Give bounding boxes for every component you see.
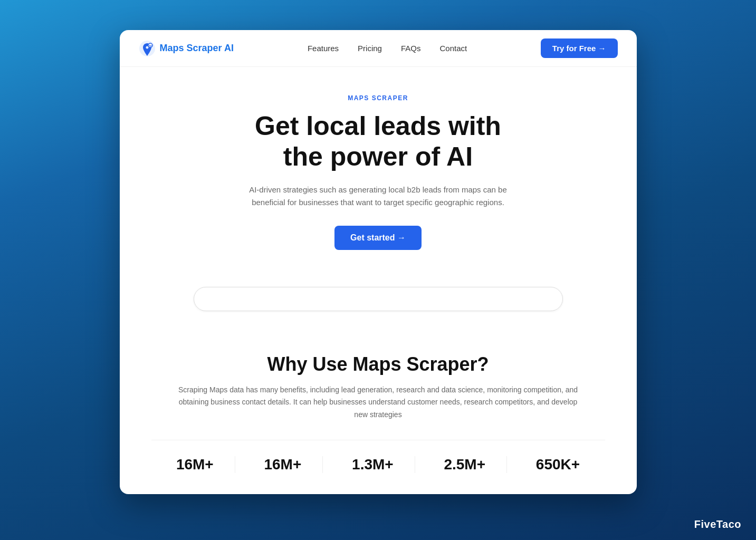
main-card: 1.3K AI Maps Scraper AI Feat bbox=[120, 30, 637, 494]
navbar: AI Maps Scraper AI Features Pricing FAQs… bbox=[120, 30, 637, 67]
stat-value-5: 650K+ bbox=[536, 456, 580, 473]
stat-item-5: 650K+ bbox=[515, 456, 580, 473]
logo-icon: AI bbox=[139, 40, 156, 57]
nav-links: Features Pricing FAQs Contact bbox=[308, 44, 467, 53]
why-section-subtitle: Scraping Maps data has many benefits, in… bbox=[178, 384, 579, 420]
stat-value-1: 16M+ bbox=[176, 456, 214, 473]
svg-text:AI: AI bbox=[149, 44, 152, 47]
stat-value-4: 2.5M+ bbox=[444, 456, 485, 473]
nav-features[interactable]: Features bbox=[308, 44, 339, 53]
why-section: Why Use Maps Scraper? Scraping Maps data… bbox=[120, 327, 637, 494]
nav-faqs[interactable]: FAQs bbox=[401, 44, 421, 53]
hero-subtitle: AI-driven strategies such as generating … bbox=[241, 184, 515, 209]
nav-pricing[interactable]: Pricing bbox=[358, 44, 382, 53]
search-bar-area bbox=[120, 271, 637, 327]
hero-eyebrow: MAPS SCRAPER bbox=[151, 94, 605, 102]
stat-item-3: 1.3M+ bbox=[331, 456, 415, 473]
nav-contact[interactable]: Contact bbox=[439, 44, 467, 53]
stat-value-3: 1.3M+ bbox=[352, 456, 394, 473]
fivetaco-badge: FiveTaco bbox=[694, 518, 741, 531]
fivetaco-label: FiveTaco bbox=[694, 518, 741, 530]
try-for-free-button[interactable]: Try for Free → bbox=[541, 38, 618, 58]
stat-item-2: 16M+ bbox=[243, 456, 323, 473]
logo-text: Maps Scraper AI bbox=[160, 43, 234, 54]
hero-title-line2: the power of AI bbox=[283, 142, 473, 171]
hero-section: MAPS SCRAPER Get local leads with the po… bbox=[120, 67, 637, 271]
stat-value-2: 16M+ bbox=[264, 456, 301, 473]
stat-item-1: 16M+ bbox=[176, 456, 235, 473]
why-section-title: Why Use Maps Scraper? bbox=[151, 353, 605, 375]
stat-item-4: 2.5M+ bbox=[423, 456, 507, 473]
stats-row: 16M+ 16M+ 1.3M+ 2.5M+ 650K+ bbox=[151, 440, 605, 473]
hero-title-line1: Get local leads with bbox=[255, 111, 501, 141]
get-started-button[interactable]: Get started → bbox=[334, 226, 422, 250]
logo-link[interactable]: AI Maps Scraper AI bbox=[139, 40, 234, 57]
search-bar[interactable] bbox=[194, 287, 563, 311]
hero-title: Get local leads with the power of AI bbox=[151, 111, 605, 172]
